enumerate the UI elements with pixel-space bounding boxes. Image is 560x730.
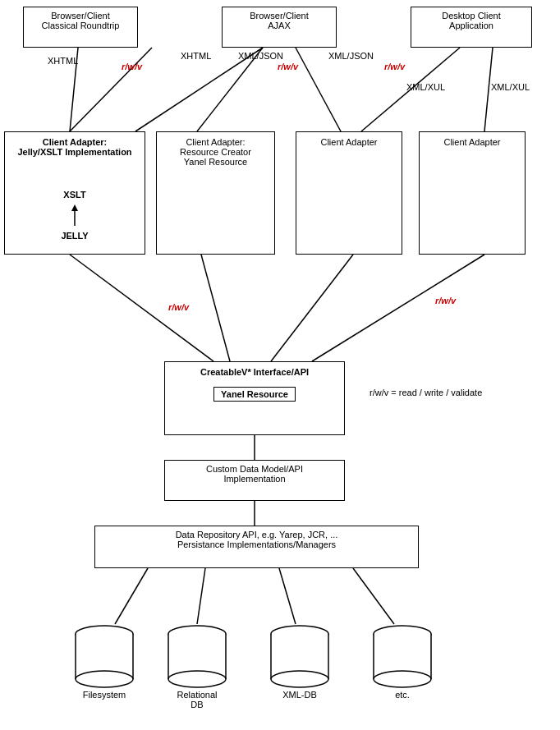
xslt-jelly-arrow (67, 203, 83, 227)
rwv-desktop-left-label: r/w/v (384, 62, 405, 71)
creatablev-label: CreatableV* Interface/API (200, 367, 309, 377)
xhtml-left-label: XHTML (48, 56, 78, 66)
svg-line-9 (271, 255, 353, 361)
architecture-diagram: Browser/Client Classical Roundtrip Brows… (0, 0, 560, 730)
creatablev-box: CreatableV* Interface/API Yanel Resource (164, 361, 345, 435)
yanel-resource-label: Yanel Resource (221, 389, 288, 399)
yanel-resource-inner-box: Yanel Resource (213, 387, 296, 402)
relational-db-cylinder: RelationalDB (160, 624, 234, 709)
svg-line-13 (115, 568, 148, 624)
xhtml-center-label: XHTML (181, 51, 211, 61)
etc-cylinder-svg (370, 624, 435, 690)
desktop-client-box: Desktop ClientApplication (411, 7, 532, 48)
svg-line-8 (201, 255, 230, 361)
svg-line-10 (312, 255, 484, 361)
svg-line-14 (197, 568, 205, 624)
rwv-ajax-left-label: r/w/v (278, 62, 298, 71)
xml-json-right-label: XML/JSON (328, 51, 374, 61)
custom-data-box: Custom Data Model/APIImplementation (164, 460, 345, 501)
client-adapter-4-box: Client Adapter (419, 131, 526, 255)
client-adapter-3-label: Client Adapter (320, 137, 377, 147)
desktop-client-label: Desktop ClientApplication (442, 11, 501, 30)
client-adapter-jelly-box: Client Adapter:Jelly/XSLT Implementation… (4, 131, 145, 255)
relational-db-label: RelationalDB (177, 690, 218, 709)
filesystem-cylinder: Filesystem (67, 624, 141, 700)
client-adapter-resource-box: Client Adapter:Resource CreatorYanel Res… (156, 131, 275, 255)
xml-db-label: XML-DB (282, 690, 317, 700)
rwv-classical-label: r/w/v (122, 62, 142, 71)
data-repo-label: Data Repository API, e.g. Yarep, JCR, ..… (176, 530, 338, 549)
xml-xul-left-label: XML/XUL (406, 82, 445, 92)
browser-ajax-label: Browser/ClientAJAX (250, 11, 309, 30)
etc-label: etc. (395, 690, 410, 700)
xml-db-cylinder-svg (267, 624, 333, 690)
xslt-label: XSLT (63, 190, 85, 200)
browser-classical-label: Browser/Client Classical Roundtrip (42, 11, 120, 30)
filesystem-cylinder-svg (71, 624, 137, 690)
svg-point-33 (271, 671, 328, 687)
client-adapter-4-label: Client Adapter (443, 137, 500, 147)
svg-marker-18 (71, 204, 78, 211)
etc-cylinder: etc. (365, 624, 439, 700)
client-adapter-jelly-label: Client Adapter:Jelly/XSLT Implementation (17, 137, 131, 157)
browser-classical-box: Browser/Client Classical Roundtrip (23, 7, 138, 48)
svg-point-38 (374, 671, 431, 687)
jelly-label: JELLY (61, 231, 88, 241)
xml-xul-right-label: XML/XUL (491, 82, 530, 92)
svg-point-23 (76, 671, 133, 687)
svg-line-16 (353, 568, 394, 624)
relational-db-cylinder-svg (164, 624, 230, 690)
xml-json-center-label: XML/JSON (238, 51, 283, 61)
svg-line-7 (70, 255, 213, 361)
custom-data-label: Custom Data Model/APIImplementation (206, 464, 303, 484)
rwv-middle-right-label: r/w/v (435, 296, 456, 305)
rwv-legend-label: r/w/v = read / write / validate (370, 388, 482, 397)
filesystem-label: Filesystem (83, 690, 126, 700)
browser-ajax-box: Browser/ClientAJAX (222, 7, 337, 48)
svg-point-28 (168, 671, 226, 687)
rwv-middle-label: r/w/v (168, 302, 189, 312)
client-adapter-3-box: Client Adapter (296, 131, 402, 255)
svg-line-15 (279, 568, 296, 624)
client-adapter-resource-label: Client Adapter:Resource CreatorYanel Res… (180, 137, 251, 167)
xml-db-cylinder: XML-DB (263, 624, 337, 700)
svg-line-1 (70, 48, 152, 131)
data-repo-box: Data Repository API, e.g. Yarep, JCR, ..… (94, 526, 419, 568)
